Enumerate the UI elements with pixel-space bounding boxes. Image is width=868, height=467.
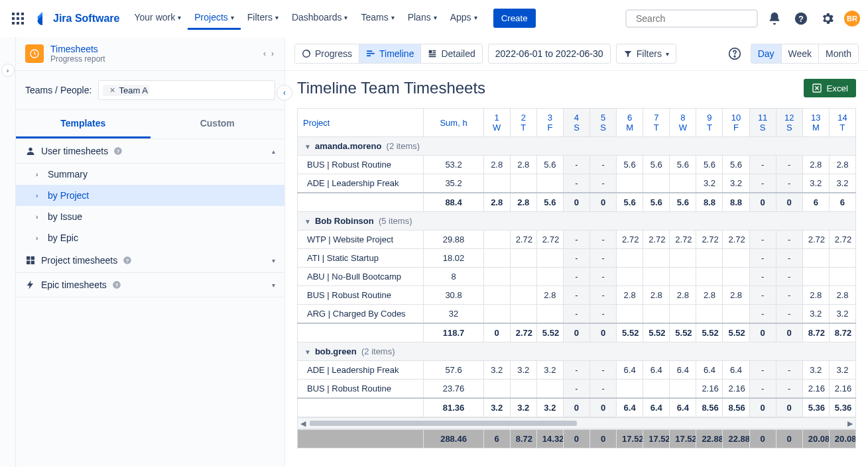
user-icon	[25, 146, 36, 156]
teams-input[interactable]: × Team A	[98, 80, 275, 100]
view-progress[interactable]: Progress	[295, 44, 359, 63]
table-row: WTP | Website Project29.882.722.72--2.72…	[298, 231, 856, 249]
tree-item-by-epic[interactable]: ›by Epic	[16, 227, 284, 248]
help-badge-icon[interactable]: ?	[113, 146, 123, 156]
date-range-input[interactable]	[488, 44, 611, 64]
chevron-down-icon: ▾	[272, 257, 275, 264]
help-icon[interactable]	[725, 44, 744, 63]
table-row: ATI | Static Startup18.02----	[298, 249, 856, 268]
progress-icon	[302, 49, 311, 58]
app-switcher-icon[interactable]	[8, 9, 28, 28]
nav-item-projects[interactable]: Projects ▾	[188, 7, 241, 30]
section-epic-timesheets[interactable]: Epic timesheets ? ▾	[16, 273, 284, 297]
detailed-icon	[428, 49, 437, 58]
svg-rect-7	[17, 22, 19, 25]
sidebar: ‹ Timesheets Progress report ‹ › Teams /…	[16, 37, 285, 467]
filter-icon	[623, 49, 633, 58]
svg-rect-8	[21, 22, 24, 25]
svg-rect-5	[21, 17, 24, 20]
toolbar: Progress Timeline Detailed Filters ▾	[285, 37, 868, 71]
help-badge-icon[interactable]: ?	[112, 280, 121, 289]
svg-point-35	[734, 56, 735, 57]
group-row[interactable]: ▼bob.green (2 items)	[298, 342, 856, 361]
grid-icon	[25, 255, 36, 266]
grand-total-row: 288.4668.7214.320017.5217.5217.5222.8822…	[297, 429, 856, 448]
svg-rect-30	[433, 50, 436, 52]
sidebar-subtitle: Progress report	[50, 54, 105, 64]
nav-item-plans[interactable]: Plans ▾	[401, 7, 444, 30]
group-row[interactable]: ▼Bob Robinson (5 items)	[298, 212, 856, 231]
nav-item-your-work[interactable]: Your work ▾	[127, 7, 188, 30]
period-month[interactable]: Month	[819, 44, 858, 63]
team-tag: × Team A	[103, 85, 149, 96]
table-row: ARG | Charged By Codes32----3.23.2	[298, 305, 856, 324]
svg-rect-19	[27, 261, 30, 264]
svg-rect-6	[12, 22, 15, 25]
nav-item-apps[interactable]: Apps ▾	[444, 7, 484, 30]
horizontal-scrollbar[interactable]: ◀ ▶	[297, 417, 856, 429]
period-day[interactable]: Day	[751, 44, 782, 63]
svg-rect-28	[367, 55, 371, 56]
help-badge-icon[interactable]: ?	[123, 256, 132, 265]
period-week[interactable]: Week	[782, 44, 820, 63]
tree-item-by-issue[interactable]: ›by Issue	[16, 206, 284, 227]
svg-rect-26	[367, 50, 372, 52]
table-row: ABU | No-Bull Bootcamp8----	[298, 268, 856, 286]
svg-rect-27	[367, 53, 375, 54]
chevron-down-icon: ▾	[272, 282, 275, 289]
section-project-timesheets[interactable]: Project timesheets ? ▾	[16, 248, 284, 273]
jira-logo[interactable]: Jira Software	[31, 12, 125, 25]
view-detailed[interactable]: Detailed	[421, 44, 481, 63]
tab-templates[interactable]: Templates	[16, 110, 151, 138]
collapse-sidebar-button[interactable]: ‹	[277, 85, 292, 101]
svg-text:?: ?	[798, 13, 804, 23]
pager-next[interactable]: ›	[270, 48, 275, 60]
pager-prev[interactable]: ‹	[262, 48, 267, 60]
create-button[interactable]: Create	[493, 9, 536, 28]
user-avatar[interactable]: BR	[844, 11, 860, 26]
tree-item-summary[interactable]: ›Summary	[16, 164, 284, 185]
nav-item-filters[interactable]: Filters ▾	[241, 7, 285, 30]
filters-button[interactable]: Filters ▾	[616, 44, 676, 64]
tag-remove-icon[interactable]: ×	[107, 85, 117, 95]
subtotal-row: 88.42.82.85.6005.65.65.68.88.80066	[298, 193, 856, 212]
group-row[interactable]: ▼amanda.moreno (2 items)	[298, 137, 856, 156]
nav-item-teams[interactable]: Teams ▾	[354, 7, 401, 30]
svg-rect-20	[31, 261, 34, 264]
tab-custom[interactable]: Custom	[151, 110, 285, 138]
teams-label: Teams / People:	[25, 85, 92, 95]
content: Progress Timeline Detailed Filters ▾	[285, 37, 868, 467]
svg-text:?: ?	[115, 282, 119, 288]
table-row: ADE | Leadership Freak35.2--3.23.2--3.23…	[298, 174, 856, 193]
search-field[interactable]	[636, 13, 752, 24]
chevron-down-icon: ▾	[666, 50, 669, 58]
table-row: BUS | Robust Routine23.76--2.162.16--2.1…	[298, 380, 856, 399]
table-row: BUS | Robust Routine53.22.82.85.6--5.65.…	[298, 156, 856, 174]
sidebar-pager: ‹ ›	[262, 48, 275, 60]
section-user-timesheets[interactable]: User timesheets ? ▴	[16, 139, 284, 164]
svg-rect-33	[429, 56, 436, 58]
view-timeline[interactable]: Timeline	[359, 44, 421, 63]
sidebar-title[interactable]: Timesheets	[50, 44, 105, 54]
help-icon[interactable]: ?	[791, 9, 811, 28]
subtotal-row: 81.363.23.23.2006.46.46.48.568.56005.365…	[298, 398, 856, 417]
svg-rect-2	[21, 13, 24, 15]
expand-rail-button[interactable]: ›	[1, 64, 15, 77]
timeline-icon	[366, 49, 375, 58]
svg-rect-3	[12, 17, 15, 20]
scroll-left-icon[interactable]: ◀	[300, 419, 306, 428]
table-row: BUS | Robust Routine30.82.8--2.82.82.82.…	[298, 286, 856, 305]
svg-rect-18	[31, 256, 34, 260]
export-excel-button[interactable]: Excel	[804, 79, 856, 97]
nav-item-dashboards[interactable]: Dashboards ▾	[285, 7, 355, 30]
scroll-right-icon[interactable]: ▶	[847, 419, 853, 428]
chevron-up-icon: ▴	[272, 148, 275, 155]
bolt-icon	[25, 280, 36, 290]
timesheets-app-icon	[25, 44, 44, 63]
search-input[interactable]	[625, 9, 758, 28]
product-name: Jira Software	[53, 13, 119, 25]
tree-item-by-project[interactable]: ›by Project	[16, 185, 284, 206]
settings-icon[interactable]	[818, 9, 837, 28]
svg-rect-29	[429, 50, 432, 54]
notifications-icon[interactable]	[765, 9, 784, 28]
